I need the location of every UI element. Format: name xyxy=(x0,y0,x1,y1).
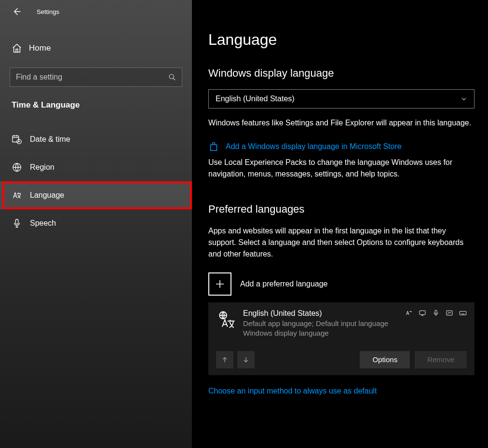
display-language-desc: Windows features like Settings and File … xyxy=(208,117,474,129)
home-label: Home xyxy=(29,43,51,53)
sidebar-item-label: Date & time xyxy=(30,135,70,144)
add-language-label: Add a preferred language xyxy=(240,280,327,288)
language-glyph-icon xyxy=(216,309,237,330)
search-icon xyxy=(168,73,176,81)
svg-point-0 xyxy=(169,74,174,79)
sidebar-item-date-time[interactable]: Date & time xyxy=(0,125,192,153)
remove-button: Remove xyxy=(415,351,467,368)
text-to-speech-icon xyxy=(405,309,413,317)
search-input[interactable] xyxy=(16,73,168,81)
sidebar-item-language[interactable]: Language xyxy=(0,181,192,209)
language-name: English (United States) xyxy=(243,309,405,318)
add-language-button[interactable]: Add a preferred language xyxy=(208,272,476,296)
svg-rect-8 xyxy=(447,311,452,315)
home-nav[interactable]: Home xyxy=(0,35,192,62)
content-pane: Language Windows display language Englis… xyxy=(192,0,488,448)
display-icon xyxy=(419,309,426,317)
input-method-link[interactable]: Choose an input method to always use as … xyxy=(208,387,377,395)
language-feature-icons xyxy=(405,309,467,339)
nav-list: Date & time Region Language xyxy=(0,125,192,237)
sidebar-item-speech[interactable]: Speech xyxy=(0,209,192,237)
handwriting-icon xyxy=(446,309,453,317)
language-card[interactable]: English (United States) Default app lang… xyxy=(208,302,474,375)
window-title: Settings xyxy=(37,8,59,15)
store-desc: Use Local Experience Packs to change the… xyxy=(208,157,474,180)
titlebar: Settings xyxy=(0,0,192,23)
home-icon xyxy=(12,43,22,54)
svg-rect-1 xyxy=(13,136,19,142)
language-sub1: Default app language; Default input lang… xyxy=(243,319,405,328)
microphone-icon xyxy=(12,218,22,229)
store-bag-icon xyxy=(208,141,219,152)
sidebar-item-label: Region xyxy=(30,163,54,172)
back-button[interactable] xyxy=(12,7,21,16)
move-down-button[interactable] xyxy=(237,351,255,368)
language-sub2: Windows display language xyxy=(243,328,405,338)
preferred-languages-desc: Apps and websites will appear in the fir… xyxy=(208,225,474,260)
sidebar-item-label: Language xyxy=(30,191,64,200)
sidebar: Settings Home Time & Language xyxy=(0,0,192,448)
page-title: Language xyxy=(208,31,476,49)
category-header: Time & Language xyxy=(0,87,192,114)
speech-icon xyxy=(432,309,440,317)
sidebar-item-region[interactable]: Region xyxy=(0,153,192,181)
svg-rect-6 xyxy=(420,311,425,314)
language-icon xyxy=(12,190,22,201)
dropdown-value: English (United States) xyxy=(216,95,295,103)
display-language-heading: Windows display language xyxy=(208,67,476,80)
preferred-languages-heading: Preferred languages xyxy=(208,203,476,216)
store-link[interactable]: Add a Windows display language in Micros… xyxy=(226,142,402,151)
sidebar-item-label: Speech xyxy=(30,219,56,228)
plus-icon xyxy=(208,272,231,296)
chevron-down-icon xyxy=(461,95,467,102)
svg-rect-9 xyxy=(460,312,466,315)
svg-rect-7 xyxy=(435,310,437,313)
keyboard-icon xyxy=(459,309,467,317)
search-box[interactable] xyxy=(10,68,182,87)
svg-rect-4 xyxy=(15,219,18,224)
store-link-row[interactable]: Add a Windows display language in Micros… xyxy=(208,141,476,152)
display-language-dropdown[interactable]: English (United States) xyxy=(208,89,474,109)
move-up-button[interactable] xyxy=(216,351,233,368)
options-button[interactable]: Options xyxy=(360,351,410,368)
calendar-clock-icon xyxy=(12,134,22,145)
globe-icon xyxy=(12,162,22,173)
